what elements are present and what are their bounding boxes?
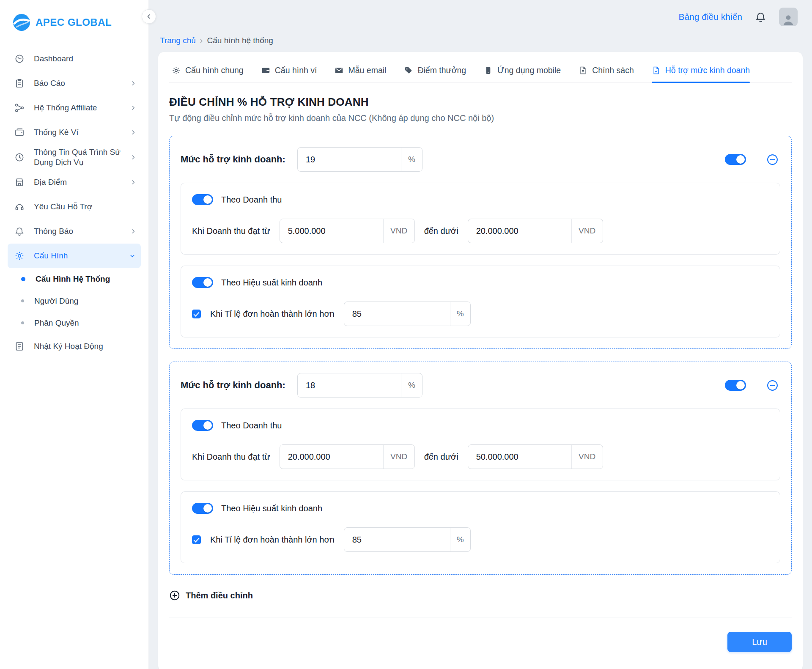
file-check-icon xyxy=(652,66,661,75)
remove-circle-icon[interactable] xyxy=(766,154,779,166)
revenue-from-input[interactable] xyxy=(280,445,383,469)
save-button[interactable]: Lưu xyxy=(727,632,792,652)
tag-icon xyxy=(404,66,413,75)
tab-ho-tro-muc-kinh-doanh[interactable]: Hỗ trợ mức kinh doanh xyxy=(652,66,750,82)
completion-rate-input[interactable] xyxy=(344,302,450,326)
sidebar-item-dia-diem[interactable]: Địa Điểm xyxy=(0,170,148,195)
revenue-from-label: Khi Doanh thu đạt từ xyxy=(192,452,270,462)
sidebar-item-label: Báo Cáo xyxy=(34,78,65,88)
chevron-down-icon xyxy=(129,252,136,259)
tab-diem-thuong[interactable]: Điểm thưởng xyxy=(404,66,466,82)
revenue-toggle[interactable] xyxy=(192,420,213,431)
sidebar-item-dashboard[interactable]: Dashboard xyxy=(0,47,148,71)
dashboard-icon xyxy=(14,54,25,64)
sidebar-item-label: Địa Điểm xyxy=(34,177,67,187)
sidebar-nav: Dashboard Báo Cáo Hệ Thống Affiliate Thố… xyxy=(0,47,148,359)
wallet-icon xyxy=(261,66,270,75)
mail-icon xyxy=(335,66,343,75)
revenue-to-label: đến dưới xyxy=(424,226,458,236)
sidebar-item-label: Thống Kê Ví xyxy=(34,127,79,137)
policy-file-icon xyxy=(579,66,587,75)
affiliate-icon xyxy=(14,103,25,113)
chevron-right-icon xyxy=(130,154,137,161)
revenue-to-input-group: VND xyxy=(468,444,603,469)
chevron-right-icon xyxy=(130,129,137,136)
sidebar-item-he-thong-affiliate[interactable]: Hệ Thống Affiliate xyxy=(0,96,148,120)
support-level-toggle[interactable] xyxy=(725,380,746,391)
settings-tabs: Cấu hình chung Cấu hình ví Mẫu email Điể… xyxy=(169,65,792,83)
sidebar-item-label: Yêu Cầu Hỗ Trợ xyxy=(34,202,92,212)
sidebar-item-thong-bao[interactable]: Thông Báo xyxy=(0,219,148,244)
revenue-toggle[interactable] xyxy=(192,194,213,205)
sidebar-subitem-cau-hinh-he-thong[interactable]: Cấu Hình Hệ Thống xyxy=(0,268,148,290)
completion-rate-input-group: % xyxy=(344,302,471,326)
settings-icon xyxy=(14,251,25,261)
sidebar-item-thong-tin-qua-trinh[interactable]: Thông Tin Quá Trình Sử Dụng Dịch Vụ xyxy=(0,145,148,170)
sidebar-item-nhat-ky-hoat-dong[interactable]: Nhật Ký Hoạt Động xyxy=(0,334,148,359)
collapse-sidebar-button[interactable] xyxy=(142,9,156,24)
tab-chinh-sach[interactable]: Chính sách xyxy=(579,66,634,82)
remove-circle-icon[interactable] xyxy=(766,379,779,392)
tab-label: Hỗ trợ mức kinh doanh xyxy=(665,66,750,75)
add-adjustment-button[interactable]: Thêm điều chỉnh xyxy=(169,590,253,601)
bell-icon[interactable] xyxy=(755,11,766,23)
revenue-toggle-label: Theo Doanh thu xyxy=(221,421,282,430)
breadcrumb-separator: › xyxy=(200,36,203,45)
tab-cau-hinh-vi[interactable]: Cấu hình ví xyxy=(261,66,317,82)
tab-mau-email[interactable]: Mẫu email xyxy=(335,66,386,82)
performance-condition-card: Theo Hiệu suất kinh doanh Khi Tỉ lệ đơn … xyxy=(181,266,780,337)
support-level-toggle[interactable] xyxy=(725,154,746,165)
sidebar-subitem-label: Cấu Hình Hệ Thống xyxy=(36,274,110,284)
brand-name: APEC GLOBAL xyxy=(36,16,112,28)
sidebar-item-thong-ke-vi[interactable]: Thống Kê Ví xyxy=(0,120,148,145)
apec-globe-icon xyxy=(13,14,30,31)
chevron-right-icon xyxy=(130,80,137,87)
performance-toggle[interactable] xyxy=(192,503,213,514)
sidebar-item-label: Hệ Thống Affiliate xyxy=(34,103,97,113)
completion-rate-checkbox[interactable] xyxy=(192,535,201,544)
percent-suffix: % xyxy=(450,302,470,326)
history-icon xyxy=(14,152,25,162)
breadcrumb: Trang chủ › Cấu hình hệ thống xyxy=(149,36,812,45)
performance-toggle[interactable] xyxy=(192,277,213,288)
revenue-to-input[interactable] xyxy=(468,219,571,243)
report-icon xyxy=(14,78,25,88)
completion-rate-input[interactable] xyxy=(344,528,450,551)
revenue-from-input[interactable] xyxy=(280,219,383,243)
tab-label: Cấu hình ví xyxy=(275,66,317,75)
sidebar-item-yeu-cau-ho-tro[interactable]: Yêu Cầu Hỗ Trợ xyxy=(0,195,148,219)
support-level-input[interactable] xyxy=(298,148,401,171)
mobile-icon xyxy=(484,66,493,75)
brand-logo[interactable]: APEC GLOBAL xyxy=(0,0,148,31)
support-icon xyxy=(14,202,25,212)
revenue-toggle-label: Theo Doanh thu xyxy=(221,195,282,205)
support-level-input-group: % xyxy=(297,373,422,398)
location-icon xyxy=(14,177,25,187)
wallet-stats-icon xyxy=(14,127,25,137)
sidebar-item-label: Cấu Hình xyxy=(34,251,68,261)
vnd-suffix: VND xyxy=(383,219,414,243)
sidebar-subitem-phan-quyen[interactable]: Phân Quyền xyxy=(0,312,148,334)
revenue-from-label: Khi Doanh thu đạt từ xyxy=(192,226,270,236)
tab-cau-hinh-chung[interactable]: Cấu hình chung xyxy=(172,66,244,82)
tab-label: Điểm thưởng xyxy=(417,66,466,75)
revenue-to-input[interactable] xyxy=(468,445,571,469)
revenue-condition-card: Theo Doanh thu Khi Doanh thu đạt từ VND … xyxy=(181,409,780,480)
completion-rate-checkbox[interactable] xyxy=(192,310,201,318)
sidebar-item-bao-cao[interactable]: Báo Cáo xyxy=(0,71,148,96)
support-level-input[interactable] xyxy=(298,373,401,397)
user-avatar[interactable] xyxy=(779,8,798,26)
completion-rate-input-group: % xyxy=(344,527,471,552)
tab-label: Ứng dụng mobile xyxy=(497,66,561,75)
app-root: APEC GLOBAL Dashboard Báo Cáo Hệ Thống A… xyxy=(0,0,812,669)
chevron-right-icon xyxy=(130,179,137,186)
breadcrumb-home[interactable]: Trang chủ xyxy=(160,36,196,45)
sidebar-subitem-nguoi-dung[interactable]: Người Dùng xyxy=(0,290,148,312)
vnd-suffix: VND xyxy=(571,219,603,243)
revenue-condition-card: Theo Doanh thu Khi Doanh thu đạt từ VND … xyxy=(181,183,780,255)
bullet-dot-icon xyxy=(21,299,24,302)
dashboard-link[interactable]: Bảng điều khiển xyxy=(678,12,742,22)
sidebar-item-cau-hinh[interactable]: Cấu Hình xyxy=(8,244,141,268)
support-level-block-1: Mức hỗ trợ kinh doanh: % Theo D xyxy=(169,136,792,349)
tab-ung-dung-mobile[interactable]: Ứng dụng mobile xyxy=(484,66,561,82)
